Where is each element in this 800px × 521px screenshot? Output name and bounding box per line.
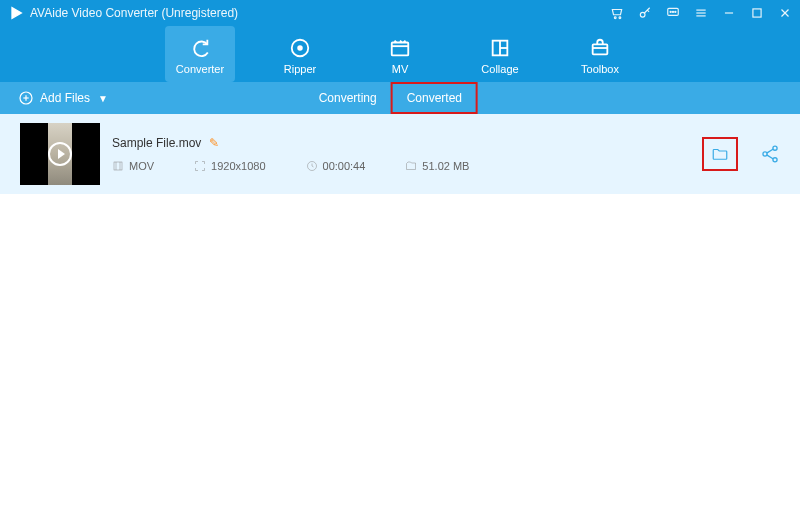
svg-point-5 (670, 11, 671, 12)
svg-marker-0 (12, 8, 21, 19)
titlebar: AVAide Video Converter (Unregistered) (0, 0, 800, 26)
svg-point-7 (675, 11, 676, 12)
video-thumbnail[interactable] (20, 123, 100, 185)
key-icon[interactable] (638, 6, 652, 20)
meta-format: MOV (112, 160, 154, 172)
meta-size: 51.02 MB (405, 160, 469, 172)
open-folder-button[interactable] (702, 137, 738, 171)
nav-toolbox[interactable]: Toolbox (565, 26, 635, 82)
nav-converter[interactable]: Converter (165, 26, 235, 82)
nav-ripper[interactable]: Ripper (265, 26, 335, 82)
app-title: AVAide Video Converter (Unregistered) (30, 6, 610, 20)
film-icon (112, 160, 124, 172)
file-name-row: Sample File.mov ✎ (112, 136, 690, 150)
folder-icon (709, 145, 731, 163)
edit-icon[interactable]: ✎ (209, 136, 219, 150)
ripper-icon (289, 37, 311, 59)
svg-line-35 (767, 155, 774, 159)
main-nav: Converter Ripper MV Collage Toolbox (0, 26, 800, 82)
meta-resolution: 1920x1080 (194, 160, 265, 172)
svg-rect-17 (392, 43, 409, 56)
converter-icon (189, 37, 211, 59)
file-meta-row: MOV 1920x1080 00:00:44 51.02 MB (112, 160, 690, 172)
svg-point-16 (298, 46, 302, 50)
svg-rect-22 (593, 44, 608, 54)
add-files-label: Add Files (40, 91, 90, 105)
play-icon (48, 142, 72, 166)
toolbox-icon (589, 37, 611, 59)
maximize-icon[interactable] (750, 6, 764, 20)
menu-icon[interactable] (694, 6, 708, 20)
svg-point-2 (619, 17, 621, 19)
svg-point-6 (672, 11, 673, 12)
nav-label: Collage (481, 63, 518, 75)
share-button[interactable] (760, 144, 780, 164)
mv-icon (389, 37, 411, 59)
clock-icon (306, 160, 318, 172)
nav-collage[interactable]: Collage (465, 26, 535, 82)
chevron-down-icon: ▼ (98, 93, 108, 104)
svg-rect-27 (114, 162, 122, 170)
svg-point-3 (640, 12, 645, 17)
subbar: Add Files ▼ Converting Converted (0, 82, 800, 114)
row-actions (702, 137, 780, 171)
share-icon (760, 144, 780, 164)
nav-label: Converter (176, 63, 224, 75)
svg-rect-12 (753, 9, 761, 17)
file-row: Sample File.mov ✎ MOV 1920x1080 00:00:44… (0, 114, 800, 194)
nav-label: Toolbox (581, 63, 619, 75)
nav-mv[interactable]: MV (365, 26, 435, 82)
add-files-button[interactable]: Add Files ▼ (18, 90, 108, 106)
file-name: Sample File.mov (112, 136, 201, 150)
minimize-icon[interactable] (722, 6, 736, 20)
meta-duration: 00:00:44 (306, 160, 366, 172)
status-tabs: Converting Converted (305, 82, 478, 114)
tab-converting[interactable]: Converting (305, 82, 391, 114)
collage-icon (489, 37, 511, 59)
feedback-icon[interactable] (666, 6, 680, 20)
svg-line-34 (767, 149, 774, 153)
nav-label: Ripper (284, 63, 316, 75)
svg-point-1 (614, 17, 616, 19)
window-controls (610, 6, 792, 20)
expand-icon (194, 160, 206, 172)
nav-label: MV (392, 63, 409, 75)
plus-circle-icon (18, 90, 34, 106)
close-icon[interactable] (778, 6, 792, 20)
file-info: Sample File.mov ✎ MOV 1920x1080 00:00:44… (112, 136, 690, 172)
folder-small-icon (405, 160, 417, 172)
app-logo-icon (8, 5, 24, 21)
cart-icon[interactable] (610, 6, 624, 20)
empty-content-area (0, 194, 800, 521)
tab-converted[interactable]: Converted (391, 82, 478, 114)
